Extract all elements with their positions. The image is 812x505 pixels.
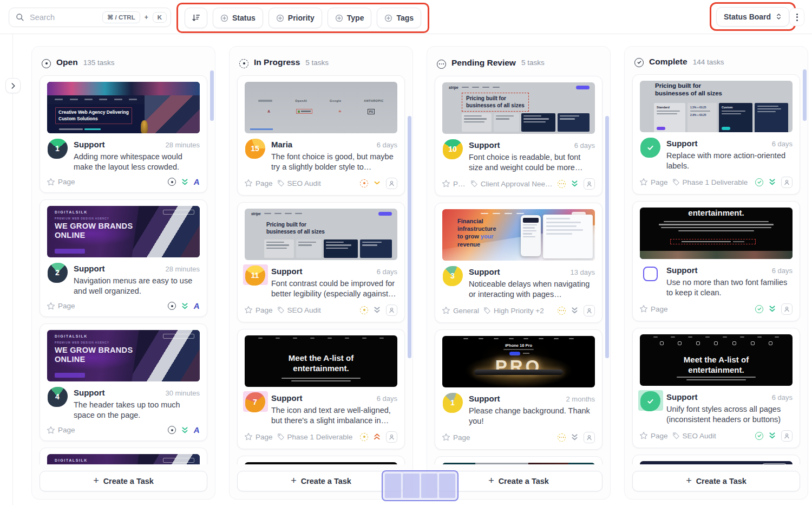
priority-low-icon[interactable]: [571, 433, 579, 442]
status-open-icon[interactable]: [168, 302, 176, 310]
tag-icon[interactable]: [277, 433, 285, 441]
status-pending-icon[interactable]: [558, 307, 566, 315]
tag-icon[interactable]: [483, 307, 491, 314]
column-scrollbar[interactable]: [408, 116, 411, 358]
task-card[interactable]: Pricing built forbusinesses of all sizes…: [632, 74, 800, 195]
tag-icon[interactable]: [277, 179, 285, 187]
task-tag[interactable]: Page: [639, 305, 668, 313]
priority-low-icon[interactable]: [768, 431, 776, 440]
star-icon[interactable]: [47, 302, 55, 310]
status-complete-icon[interactable]: [755, 432, 763, 440]
task-card[interactable]: iPhone 16 ProPRO1Support2 monthsPlease c…: [435, 329, 603, 450]
task-tag[interactable]: Page: [442, 179, 466, 188]
tag-icon[interactable]: [672, 178, 680, 186]
filter-button-status[interactable]: Status: [213, 8, 263, 28]
assignee-icon[interactable]: [584, 432, 595, 443]
priority-low-icon[interactable]: [571, 179, 579, 188]
task-tag[interactable]: Page: [442, 433, 470, 442]
status-in-progress-icon[interactable]: [360, 433, 368, 441]
star-icon[interactable]: [47, 178, 55, 186]
search-field[interactable]: [29, 12, 98, 22]
sort-button[interactable]: [185, 8, 207, 28]
filter-button-tags[interactable]: Tags: [377, 8, 421, 28]
task-card[interactable]: OpenAIGoogleANTHROPICA✳PS15Maria6 daysTh…: [237, 75, 405, 196]
task-card[interactable]: DIGITALSILKPREMIUM WEB DESIGN AGENCYWE G…: [40, 199, 207, 317]
task-card-partial[interactable]: [435, 456, 603, 464]
task-tag[interactable]: SEO Audit: [277, 179, 321, 187]
filter-button-type[interactable]: Type: [328, 8, 372, 28]
board-view-select[interactable]: Status Board: [716, 7, 789, 27]
filter-button-priority[interactable]: Priority: [269, 8, 322, 28]
task-card-partial[interactable]: DIGITALSILK: [40, 448, 207, 464]
status-pending-icon[interactable]: [558, 180, 566, 188]
task-checkbox[interactable]: [643, 267, 658, 281]
status-open-icon[interactable]: [168, 178, 176, 186]
task-tag[interactable]: Page: [639, 431, 668, 440]
task-tag[interactable]: Page: [244, 306, 273, 314]
task-card[interactable]: Meet the A-list ofentertainment.7Support…: [237, 329, 405, 449]
more-menu-button[interactable]: [789, 8, 804, 26]
status-complete-icon[interactable]: [755, 178, 763, 186]
priority-low-icon[interactable]: [181, 302, 189, 310]
assignee-icon[interactable]: [584, 305, 595, 316]
star-icon[interactable]: [442, 433, 450, 442]
task-tag[interactable]: SEO Audit: [277, 306, 321, 314]
star-icon[interactable]: [47, 426, 55, 435]
star-icon[interactable]: [442, 306, 450, 315]
star-icon[interactable]: [639, 431, 648, 440]
create-task-button[interactable]: +Create a Task: [435, 471, 603, 491]
task-tag[interactable]: Page: [47, 302, 75, 310]
task-tag[interactable]: General: [442, 306, 479, 315]
priority-low-icon[interactable]: [768, 178, 776, 186]
assignee-icon[interactable]: [386, 178, 397, 189]
priority-low-icon[interactable]: [181, 178, 189, 186]
task-card[interactable]: Financialinfrastructureto grow yourreven…: [435, 203, 603, 323]
priority-low-icon[interactable]: [373, 306, 381, 314]
task-card[interactable]: stripePricing built forbusinesses of all…: [435, 76, 603, 196]
status-open-icon[interactable]: [168, 426, 176, 434]
expand-sidebar-button[interactable]: [5, 78, 21, 93]
search-input[interactable]: ⌘ / CTRL + K: [9, 8, 171, 27]
tag-icon[interactable]: [470, 180, 478, 187]
create-task-button[interactable]: +Create a Task: [237, 471, 405, 491]
assignee-icon[interactable]: [386, 305, 397, 316]
assignee-avatar[interactable]: A: [194, 178, 200, 186]
column-scrollbar[interactable]: [605, 116, 609, 358]
status-in-progress-icon[interactable]: [360, 306, 368, 314]
priority-low-icon[interactable]: [571, 306, 579, 315]
task-tag[interactable]: Phase 1 Deliverable: [277, 433, 353, 441]
star-icon[interactable]: [244, 432, 253, 441]
priority-low-icon[interactable]: [181, 426, 189, 435]
assignee-icon[interactable]: [584, 178, 595, 190]
priority-low-icon[interactable]: [768, 305, 776, 313]
status-in-progress-icon[interactable]: [360, 179, 368, 187]
task-card[interactable]: entertainment.Support6 daysUse no more t…: [632, 201, 800, 321]
star-icon[interactable]: [639, 178, 648, 186]
assignee-icon[interactable]: [781, 430, 793, 442]
task-tag[interactable]: Page: [244, 432, 273, 441]
tag-icon[interactable]: [277, 306, 285, 314]
create-task-button[interactable]: +Create a Task: [632, 471, 800, 491]
task-tag[interactable]: High Priority +2: [483, 307, 544, 315]
assignee-icon[interactable]: [781, 177, 793, 188]
priority-medium-icon[interactable]: [373, 180, 381, 186]
star-icon[interactable]: [244, 306, 253, 314]
assignee-icon[interactable]: [781, 303, 793, 315]
assignee-icon[interactable]: [386, 431, 397, 443]
task-card-partial[interactable]: Meet the A-list of: [237, 456, 405, 464]
task-tag[interactable]: Page: [47, 426, 75, 435]
assignee-avatar[interactable]: A: [194, 426, 200, 434]
star-icon[interactable]: [442, 179, 450, 188]
create-task-button[interactable]: +Create a Task: [40, 471, 207, 491]
task-card-partial[interactable]: stripeContact sales: [632, 455, 800, 464]
task-tag[interactable]: Page: [244, 179, 273, 187]
star-icon[interactable]: [639, 305, 648, 313]
star-icon[interactable]: [244, 179, 253, 187]
priority-high-icon[interactable]: [373, 432, 381, 441]
task-tag[interactable]: Phase 1 Deliverable: [672, 178, 748, 186]
status-pending-icon[interactable]: [558, 433, 566, 442]
task-card[interactable]: DIGITALSILKPREMIUM WEB DESIGN AGENCYWE G…: [40, 323, 207, 441]
task-tag[interactable]: SEO Audit: [672, 432, 716, 440]
task-card[interactable]: stripePricing built forbusinesses of all…: [237, 202, 405, 322]
task-card[interactable]: Meet the A-list ofentertainment.Support6…: [632, 328, 800, 448]
